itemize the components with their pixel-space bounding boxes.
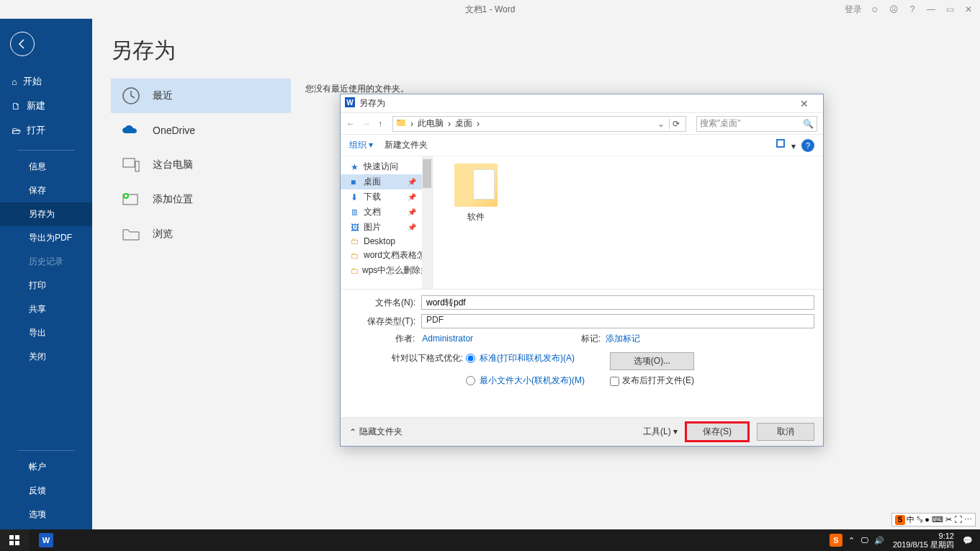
author-value[interactable]: Administrator bbox=[422, 333, 473, 344]
location-browse[interactable]: 浏览 bbox=[111, 217, 291, 251]
nav-share[interactable]: 共享 bbox=[0, 297, 92, 321]
picture-icon: 🖼 bbox=[351, 223, 361, 233]
tree-folder-2[interactable]: 🗀 wps中怎么删除多 bbox=[341, 263, 432, 278]
back-button[interactable] bbox=[10, 32, 35, 56]
radio-standard[interactable] bbox=[466, 354, 475, 363]
nav-saveas[interactable]: 另存为 bbox=[0, 202, 92, 226]
backstage-nav: ⌂ 开始 🗋 新建 🗁 打开 信息 保存 另存为 导出为PDF 历史记录 打印 … bbox=[0, 19, 92, 529]
dialog-fields: 文件名(N): 保存类型(T): PDF 作者: Administrator 标… bbox=[341, 289, 823, 348]
author-label: 作者: bbox=[395, 333, 415, 344]
dialog-titlebar: W 另存为 ✕ bbox=[341, 94, 823, 113]
breadcrumb-root[interactable]: 此电脑 bbox=[418, 117, 444, 130]
folder-icon: 🗀 bbox=[351, 266, 359, 276]
home-icon: ⌂ bbox=[12, 76, 17, 87]
refresh-icon[interactable]: ⟳ bbox=[669, 119, 683, 129]
maximize-icon[interactable]: ▭ bbox=[944, 4, 956, 15]
ime-indicator[interactable]: S 中 ⁵₉ ● ⌨ ✂ ⛶ ⋯ bbox=[891, 513, 976, 527]
breadcrumb-sep1: › bbox=[448, 119, 451, 129]
face-smile-icon[interactable]: ☺ bbox=[869, 4, 881, 15]
organize-menu[interactable]: 组织 ▾ bbox=[349, 139, 373, 151]
svg-rect-13 bbox=[9, 541, 14, 545]
new-folder-button[interactable]: 新建文件夹 bbox=[385, 139, 428, 151]
search-input[interactable]: 搜索"桌面" 🔍 bbox=[696, 116, 817, 132]
document-title: 文档1 - Word bbox=[465, 4, 516, 16]
nav-home[interactable]: ⌂ 开始 bbox=[0, 69, 92, 94]
tree-desktop[interactable]: ■ 桌面 📌 bbox=[341, 174, 432, 189]
tree-documents[interactable]: 🗎 文档 📌 bbox=[341, 205, 432, 220]
taskbar-clock[interactable]: 9:12 2019/8/15 星期四 bbox=[890, 532, 957, 549]
tree-folder-1[interactable]: 🗀 word文档表格怎 bbox=[341, 248, 432, 263]
nav-close[interactable]: 关闭 bbox=[0, 345, 92, 369]
tree-desktop-en[interactable]: 🗀 Desktop bbox=[341, 235, 432, 248]
nav-print[interactable]: 打印 bbox=[0, 274, 92, 297]
breadcrumb-current[interactable]: 桌面 bbox=[455, 117, 472, 130]
tray-battery-icon[interactable]: 🖵 bbox=[860, 536, 868, 545]
nav-info[interactable]: 信息 bbox=[0, 155, 92, 179]
nav-feedback[interactable]: 反馈 bbox=[0, 479, 92, 503]
minimize-icon[interactable]: — bbox=[925, 4, 937, 15]
file-pane[interactable]: 软件 bbox=[433, 156, 823, 289]
tree-scrollbar[interactable] bbox=[422, 156, 432, 289]
clock-time: 9:12 bbox=[893, 532, 954, 540]
tray-chevron-icon[interactable]: ⌃ bbox=[848, 536, 855, 545]
nav-forward-icon[interactable]: → bbox=[362, 119, 371, 129]
save-button[interactable]: 保存(S) bbox=[685, 421, 750, 442]
sogou-ime-icon[interactable]: S bbox=[830, 534, 842, 547]
radio-min[interactable] bbox=[466, 376, 475, 385]
tree-downloads[interactable]: ⬇ 下载 📌 bbox=[341, 189, 432, 205]
dialog-close-button[interactable]: ✕ bbox=[790, 98, 819, 109]
svg-rect-14 bbox=[15, 541, 19, 545]
tools-menu[interactable]: 工具(L) ▾ bbox=[643, 426, 678, 438]
cancel-button[interactable]: 取消 bbox=[757, 423, 814, 441]
nav-account[interactable]: 帐户 bbox=[0, 455, 92, 479]
saveas-locations: 最近 OneDrive 这台电脑 bbox=[111, 79, 291, 251]
download-icon: ⬇ bbox=[351, 192, 361, 202]
hide-folders-toggle[interactable]: ⌃ 隐藏文件夹 bbox=[349, 426, 403, 438]
view-mode-icon[interactable]: ▾ bbox=[776, 139, 796, 151]
nav-new[interactable]: 🗋 新建 bbox=[0, 94, 92, 118]
options-button[interactable]: 选项(O)... bbox=[610, 352, 694, 370]
location-recent-label: 最近 bbox=[153, 89, 173, 102]
nav-back-icon[interactable]: ← bbox=[346, 119, 355, 129]
tree-quickaccess[interactable]: ★ 快速访问 bbox=[341, 159, 432, 174]
window-titlebar: 文档1 - Word 登录 ☺ ☹ ? — ▭ ✕ bbox=[0, 0, 980, 19]
dialog-toolbar: 组织 ▾ 新建文件夹 ▾ ? bbox=[341, 135, 823, 156]
optimize-block: 针对以下格式优化: 标准(打印和联机发布)(A) 最小文件大小(联机发布)(M)… bbox=[341, 348, 823, 391]
filename-label: 文件名(N): bbox=[349, 297, 421, 309]
face-frown-icon[interactable]: ☹ bbox=[888, 4, 899, 15]
nav-exportpdf[interactable]: 导出为PDF bbox=[0, 226, 92, 250]
nav-up-icon[interactable]: ↑ bbox=[378, 119, 382, 129]
start-button[interactable] bbox=[0, 529, 29, 551]
filename-input[interactable] bbox=[421, 295, 814, 310]
folder-thumb-icon bbox=[454, 163, 498, 207]
close-icon[interactable]: ✕ bbox=[963, 4, 974, 15]
breadcrumb-dropdown-icon[interactable]: ⌄ bbox=[657, 119, 665, 129]
location-recent[interactable]: 最近 bbox=[111, 79, 291, 113]
open-after-publish-checkbox[interactable]: 发布后打开文件(E) bbox=[610, 375, 694, 387]
breadcrumb[interactable]: › 此电脑 › 桌面 › ⌄ ⟳ bbox=[392, 116, 686, 132]
checkbox-open-after[interactable] bbox=[610, 377, 619, 386]
tray-volume-icon[interactable]: 🔊 bbox=[874, 536, 884, 545]
taskbar-word[interactable]: W bbox=[29, 529, 63, 551]
location-onedrive[interactable]: OneDrive bbox=[111, 113, 291, 148]
svg-rect-8 bbox=[397, 120, 400, 121]
notifications-icon[interactable]: 💬 bbox=[963, 536, 973, 545]
login-link[interactable]: 登录 bbox=[845, 4, 862, 16]
nav-save[interactable]: 保存 bbox=[0, 179, 92, 202]
file-icon: 🗋 bbox=[12, 101, 21, 112]
nav-open[interactable]: 🗁 打开 bbox=[0, 118, 92, 143]
nav-options[interactable]: 选项 bbox=[0, 503, 92, 527]
tags-value[interactable]: 添加标记 bbox=[606, 333, 640, 344]
help-icon[interactable]: ? bbox=[907, 4, 918, 15]
dialog-help-icon[interactable]: ? bbox=[801, 139, 814, 152]
location-browse-label: 浏览 bbox=[153, 228, 173, 241]
location-addplace[interactable]: 添加位置 bbox=[111, 182, 291, 217]
save-type-select[interactable]: PDF bbox=[421, 314, 814, 328]
tree-pictures[interactable]: 🖼 图片 📌 bbox=[341, 220, 432, 235]
svg-rect-2 bbox=[135, 161, 139, 171]
optimize-standard-radio[interactable]: 标准(打印和联机发布)(A) bbox=[466, 352, 588, 364]
nav-export[interactable]: 导出 bbox=[0, 321, 92, 345]
file-item-software[interactable]: 软件 bbox=[447, 163, 505, 223]
optimize-min-radio[interactable]: 最小文件大小(联机发布)(M) bbox=[466, 375, 588, 387]
location-thispc[interactable]: 这台电脑 bbox=[111, 148, 291, 182]
